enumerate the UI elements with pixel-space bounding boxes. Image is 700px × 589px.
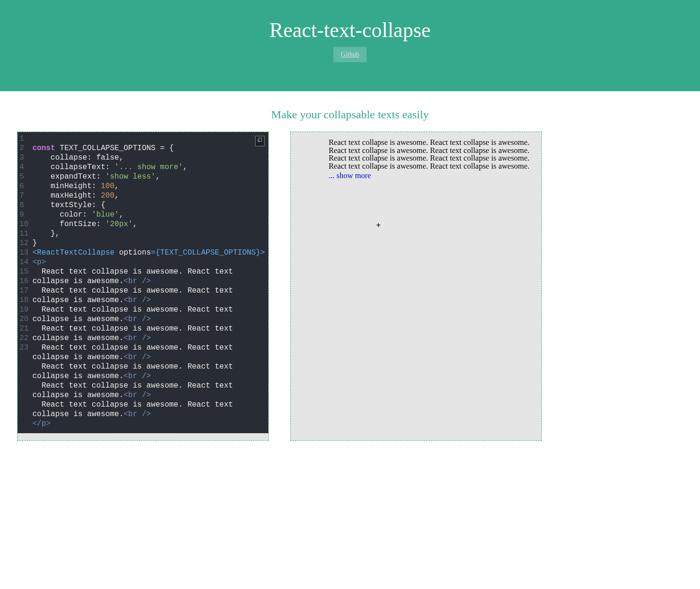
plus-icon: + (376, 220, 381, 229)
code-token: } (32, 239, 37, 247)
code-token: TEXT_COLLAPSE_OPTIONS = { (55, 144, 174, 152)
code-content: const TEXT_COLLAPSE_OPTIONS = { collapse… (29, 132, 268, 433)
code-token: '20px' (105, 220, 133, 228)
code-token: 100 (101, 182, 114, 190)
page-header: React-text-collapse Github (0, 0, 700, 91)
github-link[interactable]: Github (333, 47, 367, 62)
code-token: maxHeight: (32, 191, 101, 200)
code-token: <br /> (123, 277, 151, 285)
code-token: minHeight: (32, 182, 101, 190)
code-token: 'show less' (105, 172, 156, 181)
code-panel: 1 2 3 4 5 6 7 8 9 10 11 12 13 14 15 16 1… (17, 132, 269, 441)
code-token: color: (32, 210, 92, 219)
code-token: fontSize: (32, 220, 105, 228)
code-token: {TEXT_COLLAPSE_OPTIONS} (155, 248, 260, 257)
code-token: , (132, 220, 137, 228)
preview-line: React text collapse is awesome. React te… (329, 162, 530, 171)
code-token: }, (32, 229, 60, 238)
code-token: const (32, 144, 55, 152)
code-token: 'blue' (92, 210, 119, 219)
code-token: <p> (32, 258, 46, 266)
code-token: <br /> (123, 391, 151, 399)
code-token: <br /> (123, 372, 151, 380)
show-more-toggle[interactable]: ... show more (329, 171, 535, 180)
code-token: > (260, 248, 265, 257)
code-token: <br /> (123, 334, 151, 342)
line-numbers: 1 2 3 4 5 6 7 8 9 10 11 12 13 14 15 16 1… (18, 132, 29, 433)
code-block: 1 2 3 4 5 6 7 8 9 10 11 12 13 14 15 16 1… (18, 132, 268, 433)
code-token: <ReactTextCollapse (32, 248, 114, 257)
code-token: <br /> (123, 315, 151, 323)
preview-panel: React text collapse is awesome. React te… (290, 132, 542, 441)
preview-text: React text collapse is awesome. React te… (329, 139, 535, 170)
code-token: = (151, 248, 156, 257)
preview-content: React text collapse is awesome. React te… (291, 132, 541, 187)
code-token: <br /> (123, 296, 151, 304)
code-token: <br /> (123, 410, 151, 418)
code-token: textStyle: { (32, 201, 105, 209)
code-token: , (155, 172, 160, 181)
code-token: expandText: (32, 172, 105, 181)
code-token: , (183, 163, 188, 171)
code-token: 200 (101, 191, 114, 200)
code-token: collapse: false, (32, 153, 123, 162)
code-token: <br /> (123, 353, 151, 361)
svg-rect-0 (259, 138, 262, 142)
copy-button[interactable] (255, 136, 265, 146)
clipboard-icon (257, 136, 263, 146)
code-token: </p> (32, 419, 50, 428)
code-token: '... show more' (114, 163, 183, 171)
panels-container: 1 2 3 4 5 6 7 8 9 10 11 12 13 14 15 16 1… (0, 132, 700, 441)
page-title: React-text-collapse (0, 18, 700, 42)
code-token: , (119, 210, 124, 219)
code-token: collapseText: (32, 163, 114, 171)
tagline: Make your collapsable texts easily (0, 108, 700, 121)
code-token: , (114, 191, 119, 200)
code-token: options (114, 248, 151, 257)
code-token: , (114, 182, 119, 190)
